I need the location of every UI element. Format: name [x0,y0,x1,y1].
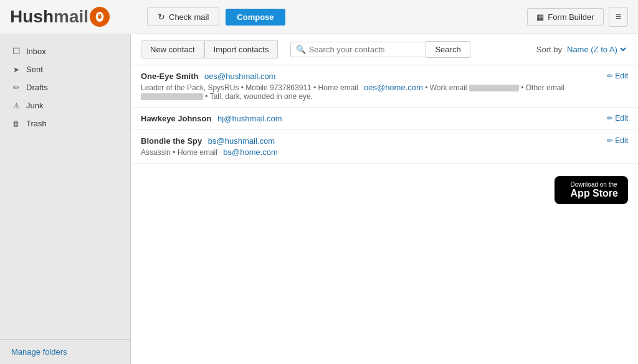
search-area: 🔍 Search [290,41,470,58]
sidebar-item-sent[interactable]: ➤ Sent [0,60,130,78]
contacts-content: New contact Import contacts 🔍 Search Sor… [131,34,638,364]
check-mail-button[interactable]: ↻ Check mail [147,7,219,26]
search-button[interactable]: Search [426,41,470,58]
contact-details: Assassin • Home email bs@home.com [141,147,628,157]
home-email-link[interactable]: oes@home.com [364,83,423,92]
search-wrapper: 🔍 [290,42,426,57]
appstore-badge[interactable]: Download on the App Store [555,176,628,204]
contact-name-row: Hawkeye Johnson hj@hushmail.com [141,114,628,123]
menu-button[interactable]: ≡ [609,7,628,27]
badge-text: Download on the App Store [571,181,618,199]
refresh-icon: ↻ [158,12,165,22]
work-email-redacted [469,85,519,91]
sidebar-item-junk[interactable]: ⚠ Junk [0,96,130,114]
contact-email-link[interactable]: oes@hushmail.com [204,72,275,81]
contact-name-row: Blondie the Spy bs@hushmail.com [141,136,628,146]
mobile-number: 9737863911 [270,83,312,92]
junk-icon: ⚠ [11,101,21,110]
sidebar-label-trash: Trash [26,119,47,128]
edit-label: Edit [615,114,628,123]
edit-icon: ✏ [607,136,613,145]
manage-folders-link[interactable]: Manage folders [11,347,67,357]
contacts-toolbar: New contact Import contacts 🔍 Search Sor… [131,34,638,65]
contact-name: Hawkeye Johnson [141,114,211,123]
logo-icon [90,7,110,27]
contact-name: Blondie the Spy [141,136,202,146]
edit-label: Edit [615,72,628,80]
trash-icon: 🗑 [11,119,21,128]
sidebar: ☐ Inbox ➤ Sent ✏ Drafts ⚠ Junk 🗑 Tras [0,34,131,364]
sent-icon: ➤ [11,65,21,74]
logo-text: Hushmail [10,7,88,27]
edit-icon: ✏ [607,72,613,80]
sidebar-item-inbox[interactable]: ☐ Inbox [0,42,130,60]
edit-button-blondie-the-spy[interactable]: ✏ Edit [607,136,628,145]
contact-email-link[interactable]: bs@hushmail.com [208,136,275,146]
contact-item-hawkeye-johnson: ✏ Edit Hawkeye Johnson hj@hushmail.com [131,108,638,130]
other-email-redacted [141,93,203,100]
sidebar-label-junk: Junk [26,101,43,110]
contact-details: Leader of the Pack, SpysRUs • Mobile 973… [141,83,628,101]
contact-name-row: One-Eye Smith oes@hushmail.com [141,72,628,81]
form-builder-button[interactable]: ▦ Form Builder [527,8,603,26]
sidebar-footer: Manage folders [0,339,130,364]
contact-note: • Tall, dark, wounded in one eye. [205,92,313,101]
edit-label: Edit [615,136,628,145]
main-area: ☐ Inbox ➤ Sent ✏ Drafts ⚠ Junk 🗑 Tras [0,34,638,364]
details-text: Assassin • Home email [141,148,217,157]
edit-button-one-eye-smith[interactable]: ✏ Edit [607,72,628,80]
logo-area: Hushmail [10,7,141,27]
form-builder-label: Form Builder [548,12,594,22]
sidebar-label-drafts: Drafts [26,83,48,92]
search-input[interactable] [308,45,421,54]
tab-import-contacts[interactable]: Import contacts [204,40,279,58]
check-mail-label: Check mail [169,12,209,22]
edit-button-hawkeye-johnson[interactable]: ✏ Edit [607,114,628,123]
form-icon: ▦ [536,12,544,22]
compose-button[interactable]: Compose [226,9,285,26]
tab-new-contact[interactable]: New contact [141,40,204,58]
inbox-icon: ☐ [11,46,21,56]
sort-area: Sort by Name (Z to A) Name (A to Z) [536,44,628,55]
sort-select[interactable]: Name (Z to A) Name (A to Z) [564,44,628,55]
home-email-label: • Home email [313,83,358,92]
work-email-label: • Work email [425,83,467,92]
drafts-icon: ✏ [11,83,21,92]
edit-icon: ✏ [607,114,613,123]
contact-item-one-eye-smith: ✏ Edit One-Eye Smith oes@hushmail.com Le… [131,65,638,108]
contact-item-blondie-the-spy: ✏ Edit Blondie the Spy bs@hushmail.com A… [131,130,638,164]
appstore-big-text: App Store [571,188,618,199]
sidebar-label-sent: Sent [26,65,43,74]
top-bar-right: ▦ Form Builder ≡ [527,7,628,27]
other-email-label: • Other email [521,83,564,92]
contact-list: ✏ Edit One-Eye Smith oes@hushmail.com Le… [131,65,638,364]
contact-name: One-Eye Smith [141,72,198,81]
sidebar-item-drafts[interactable]: ✏ Drafts [0,78,130,96]
sidebar-nav: ☐ Inbox ➤ Sent ✏ Drafts ⚠ Junk 🗑 Tras [0,34,130,339]
sidebar-label-inbox: Inbox [26,47,46,56]
sidebar-item-trash[interactable]: 🗑 Trash [0,114,130,133]
appstore-small-text: Download on the [571,181,618,188]
home-email-link[interactable]: bs@home.com [223,147,278,157]
details-prefix: Leader of the Pack, SpysRUs • Mobile [141,83,268,92]
logo-mail: mail [54,7,88,26]
contact-email-link[interactable]: hj@hushmail.com [217,114,282,123]
top-bar-left: Hushmail ↻ Check mail Compose [10,7,285,27]
sort-label: Sort by [536,45,562,54]
app-wrapper: Hushmail ↻ Check mail Compose ▦ Form [0,0,638,364]
search-icon: 🔍 [296,45,306,54]
appstore-area: Download on the App Store [131,164,638,217]
logo-hush: Hush [10,7,54,26]
top-bar: Hushmail ↻ Check mail Compose ▦ Form [0,0,638,34]
